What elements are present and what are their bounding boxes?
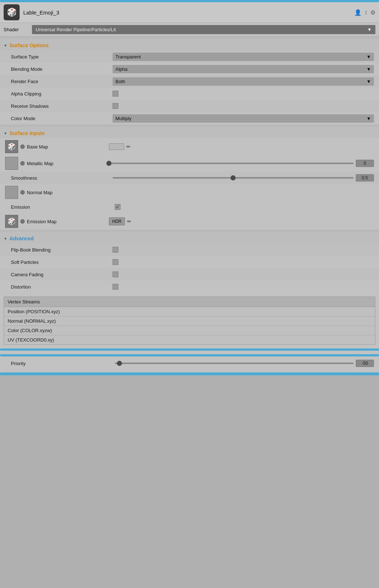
distortion-control bbox=[113, 284, 374, 290]
base-map-circle bbox=[20, 144, 25, 149]
camera-fading-label: Camera Fading bbox=[11, 272, 113, 277]
eyedropper-icon[interactable]: ✏ bbox=[126, 144, 131, 150]
color-mode-label: Color Mode bbox=[11, 116, 113, 121]
render-face-value: Both bbox=[115, 79, 125, 84]
normal-map-box[interactable] bbox=[5, 186, 18, 199]
collapse-triangle-advanced[interactable]: ▼ bbox=[4, 237, 7, 241]
collapse-triangle-inputs[interactable]: ▼ bbox=[4, 131, 7, 135]
metallic-map-controls: 0 bbox=[109, 160, 374, 167]
normal-map-row: Normal Map bbox=[0, 184, 379, 201]
surface-options-title: Surface Options bbox=[9, 42, 49, 48]
blue-annotation-mid2 bbox=[0, 354, 379, 356]
emission-map-circle bbox=[20, 219, 25, 224]
receive-shadows-label: Receive Shadows bbox=[11, 103, 113, 109]
vertex-streams-box: Vertex Streams Position (POSITION.xyz) N… bbox=[4, 297, 375, 345]
color-mode-row: Color Mode Multiply ▼ bbox=[0, 112, 379, 124]
normal-map-circle bbox=[20, 190, 25, 195]
emission-map-thumbnail[interactable]: 🎲 bbox=[5, 215, 18, 228]
flipbook-row: Flip-Book Blending bbox=[0, 244, 379, 256]
alpha-clipping-row: Alpha Clipping bbox=[0, 87, 379, 100]
render-face-label: Render Face bbox=[11, 79, 113, 84]
blending-mode-label: Blending Mode bbox=[11, 66, 113, 72]
color-mode-dropdown[interactable]: Multiply ▼ bbox=[113, 114, 374, 123]
list-item: Normal (NORMAL.xyz) bbox=[4, 317, 375, 326]
camera-fading-row: Camera Fading bbox=[0, 268, 379, 281]
color-mode-value: Multiply bbox=[115, 116, 131, 121]
base-map-thumbnail[interactable]: 🎲 bbox=[5, 140, 18, 153]
smoothness-slider-value[interactable]: 0.5 bbox=[356, 174, 374, 181]
shader-label: Shader bbox=[4, 27, 29, 32]
asset-title: Lable_Emoji_3 bbox=[23, 9, 351, 16]
user-icon[interactable]: 👤 bbox=[354, 9, 362, 16]
emission-eyedropper-icon[interactable]: ✏ bbox=[127, 219, 131, 224]
surface-type-control: Transparent ▼ bbox=[113, 53, 374, 61]
sort-icon[interactable]: ↕ bbox=[364, 9, 367, 16]
metallic-map-row: Metallic Map 0 bbox=[0, 155, 379, 172]
panel: 🎲 Lable_Emoji_3 👤 ↕ ⚙ Shader Universal R… bbox=[0, 0, 379, 375]
metallic-slider[interactable] bbox=[109, 161, 354, 166]
metallic-map-box[interactable] bbox=[5, 157, 18, 170]
alpha-clipping-checkbox[interactable] bbox=[113, 91, 118, 97]
render-face-dropdown[interactable]: Both ▼ bbox=[113, 77, 374, 86]
blending-mode-dropdown[interactable]: Alpha ▼ bbox=[113, 65, 374, 73]
soft-particles-control bbox=[113, 259, 374, 265]
priority-slider[interactable] bbox=[115, 361, 354, 366]
surface-type-row: Surface Type Transparent ▼ bbox=[0, 50, 379, 63]
priority-control: -50 bbox=[115, 360, 374, 367]
camera-fading-control bbox=[113, 271, 374, 277]
receive-shadows-checkbox[interactable] bbox=[113, 103, 118, 109]
dropdown-arrow: ▼ bbox=[366, 66, 371, 72]
blending-mode-row: Blending Mode Alpha ▼ bbox=[0, 63, 379, 75]
list-item: UV (TEXCOORD0.xy) bbox=[4, 335, 375, 344]
blue-annotation-bottom bbox=[0, 372, 379, 375]
emission-map-row: 🎲 Emission Map HDR ✏ bbox=[0, 213, 379, 230]
surface-inputs-header: ▼ Surface Inputs bbox=[0, 127, 379, 138]
flipbook-control bbox=[113, 247, 374, 253]
base-map-color-swatch[interactable] bbox=[109, 143, 124, 150]
list-item: Position (POSITION.xyz) bbox=[4, 307, 375, 317]
priority-row: Priority -50 bbox=[0, 356, 379, 370]
surface-options-header: ▼ Surface Options bbox=[0, 39, 379, 50]
vertex-streams-header: Vertex Streams bbox=[4, 297, 375, 307]
blending-mode-value: Alpha bbox=[115, 66, 127, 72]
render-face-control: Both ▼ bbox=[113, 77, 374, 86]
dropdown-arrow: ▼ bbox=[366, 116, 371, 121]
smoothness-label: Smoothness bbox=[11, 175, 113, 181]
list-item: Color (COLOR.xyzw) bbox=[4, 326, 375, 335]
distortion-row: Distortion bbox=[0, 281, 379, 293]
gap bbox=[0, 351, 379, 354]
color-mode-control: Multiply ▼ bbox=[113, 114, 374, 123]
soft-particles-checkbox[interactable] bbox=[113, 259, 118, 265]
dropdown-arrow: ▼ bbox=[366, 54, 371, 60]
metallic-map-circle bbox=[20, 161, 25, 166]
blue-annotation-top bbox=[0, 0, 379, 2]
header-actions: 👤 ↕ ⚙ bbox=[354, 9, 375, 16]
base-map-label: Base Map bbox=[27, 144, 107, 150]
gear-icon[interactable]: ⚙ bbox=[370, 9, 375, 16]
emission-map-controls: HDR ✏ bbox=[109, 217, 374, 225]
advanced-title: Advanced bbox=[9, 236, 34, 241]
flipbook-label: Flip-Book Blending bbox=[11, 247, 113, 253]
blue-annotation-mid bbox=[0, 348, 379, 351]
shader-dropdown[interactable]: Universal Render Pipeline/Particles/Lit … bbox=[32, 25, 375, 34]
hdr-button[interactable]: HDR bbox=[109, 217, 125, 225]
receive-shadows-control bbox=[113, 103, 374, 109]
shader-value: Universal Render Pipeline/Particles/Lit bbox=[36, 27, 116, 32]
emission-checkbox[interactable] bbox=[115, 204, 121, 210]
camera-fading-checkbox[interactable] bbox=[113, 271, 118, 277]
shader-row: Shader Universal Render Pipeline/Particl… bbox=[0, 23, 379, 37]
collapse-triangle[interactable]: ▼ bbox=[4, 44, 7, 48]
alpha-clipping-control bbox=[113, 91, 374, 97]
flipbook-checkbox[interactable] bbox=[113, 247, 118, 253]
surface-inputs-title: Surface Inputs bbox=[9, 130, 45, 136]
soft-particles-label: Soft Particles bbox=[11, 260, 113, 265]
metallic-slider-value[interactable]: 0 bbox=[356, 160, 374, 167]
emission-map-label: Emission Map bbox=[27, 219, 107, 224]
surface-type-dropdown[interactable]: Transparent ▼ bbox=[113, 53, 374, 61]
priority-slider-value[interactable]: -50 bbox=[356, 360, 374, 367]
header: 🎲 Lable_Emoji_3 👤 ↕ ⚙ bbox=[0, 2, 379, 23]
soft-particles-row: Soft Particles bbox=[0, 256, 379, 268]
smoothness-slider[interactable] bbox=[113, 175, 354, 180]
emission-row: Emission bbox=[0, 201, 379, 213]
distortion-checkbox[interactable] bbox=[113, 284, 118, 290]
